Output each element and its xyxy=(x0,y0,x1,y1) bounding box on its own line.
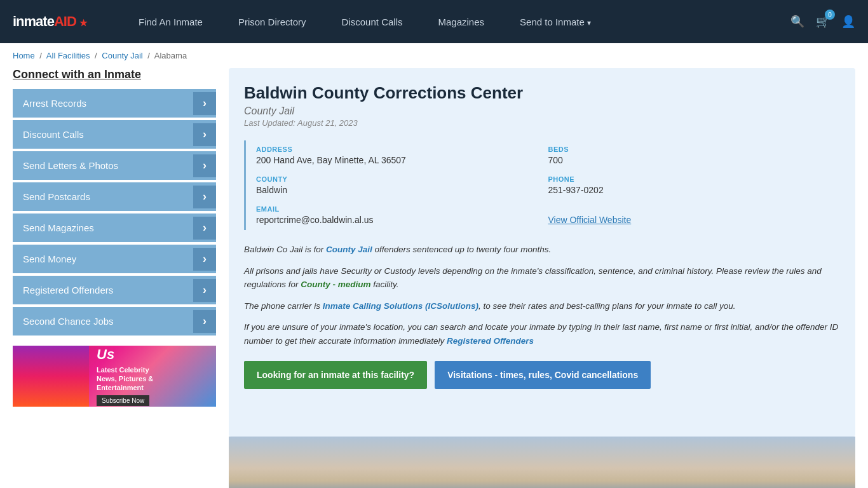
sidebar-item-send-money[interactable]: Send Money › xyxy=(13,245,216,273)
facility-desc-1: Baldwin Co Jail is for County Jail offen… xyxy=(244,243,840,257)
facility-beds-cell: BEDS 700 xyxy=(548,140,841,170)
facility-email-cell: EMAIL reportcrime@co.baldwin.al.us xyxy=(256,200,548,230)
icsolutions-link[interactable]: Inmate Calling Solutions (ICSolutions) xyxy=(323,301,478,311)
breadcrumb: Home / All Facilities / County Jail / Al… xyxy=(0,43,868,68)
sidebar-arrow-second-chance-jobs: › xyxy=(193,310,216,333)
facility-email-value: reportcrime@co.baldwin.al.us xyxy=(256,215,541,225)
sidebar-arrow-send-letters: › xyxy=(193,154,216,177)
facility-desc-3: The phone carrier is Inmate Calling Solu… xyxy=(244,299,840,313)
sidebar-arrow-send-postcards: › xyxy=(193,186,216,208)
facility-phone-cell: PHONE 251-937-0202 xyxy=(548,170,841,200)
sidebar-arrow-arrest-records: › xyxy=(193,92,216,115)
send-to-chevron xyxy=(587,17,591,27)
registered-offenders-link[interactable]: Registered Offenders xyxy=(447,336,534,346)
ad-tagline: Latest CelebrityNews, Pictures &Entertai… xyxy=(97,365,208,393)
facility-address-value: 200 Hand Ave, Bay Minette, AL 36507 xyxy=(256,155,541,165)
nav-find-inmate[interactable]: Find An Inmate xyxy=(121,0,220,43)
logo-text: inmateAID ★ xyxy=(13,13,87,30)
facility-desc-4: If you are unsure of your inmate's locat… xyxy=(244,320,840,348)
breadcrumb-home[interactable]: Home xyxy=(13,51,35,60)
user-icon[interactable]: 👤 xyxy=(841,15,855,29)
facility-county-value: Baldwin xyxy=(256,185,541,195)
ad-logo: Us xyxy=(97,346,208,363)
sidebar-arrow-send-magazines: › xyxy=(193,217,216,240)
breadcrumb-all-facilities[interactable]: All Facilities xyxy=(46,51,90,60)
facility-beds-value: 700 xyxy=(548,155,833,165)
sidebar-arrow-registered-offenders: › xyxy=(193,279,216,302)
sidebar-item-send-magazines[interactable]: Send Magazines › xyxy=(13,214,216,242)
breadcrumb-state: Alabama xyxy=(154,51,187,60)
facility-website-label xyxy=(548,205,833,213)
sidebar-item-arrest-records[interactable]: Arrest Records › xyxy=(13,89,216,118)
main-layout: Connect with an Inmate Arrest Records › … xyxy=(0,68,868,437)
sidebar-item-send-letters[interactable]: Send Letters & Photos › xyxy=(13,151,216,180)
facility-photo-strip xyxy=(229,437,855,488)
ad-image xyxy=(13,346,89,407)
facility-desc-2: All prisons and jails have Security or C… xyxy=(244,264,840,292)
nav-magazines[interactable]: Magazines xyxy=(420,0,502,43)
ad-text: Us Latest CelebrityNews, Pictures &Enter… xyxy=(89,346,216,407)
sidebar-menu: Arrest Records › Discount Calls › Send L… xyxy=(13,89,216,336)
nav-prison-directory[interactable]: Prison Directory xyxy=(220,0,324,43)
sidebar-item-discount-calls[interactable]: Discount Calls › xyxy=(13,120,216,149)
logo[interactable]: inmateAID ★ xyxy=(13,13,102,30)
facility-website-cell: View Official Website xyxy=(548,200,841,230)
facility-type: County Jail xyxy=(244,105,840,117)
sidebar-arrow-send-money: › xyxy=(193,248,216,271)
facility-photo xyxy=(229,437,855,488)
cart-icon[interactable]: 🛒 0 xyxy=(816,15,830,29)
sidebar-title: Connect with an Inmate xyxy=(13,68,216,81)
sidebar-item-registered-offenders[interactable]: Registered Offenders › xyxy=(13,276,216,304)
facility-address-label: ADDRESS xyxy=(256,146,541,153)
facility-address-cell: ADDRESS 200 Hand Ave, Bay Minette, AL 36… xyxy=(256,140,548,170)
header-icons: 🔍 🛒 0 👤 xyxy=(790,15,855,29)
sidebar-arrow-discount-calls: › xyxy=(193,123,216,146)
search-icon[interactable]: 🔍 xyxy=(790,15,804,29)
facility-county-cell: COUNTY Baldwin xyxy=(256,170,548,200)
sidebar: Connect with an Inmate Arrest Records › … xyxy=(13,68,216,437)
facility-county-label: COUNTY xyxy=(256,175,541,183)
facility-phone-value: 251-937-0202 xyxy=(548,185,833,195)
action-buttons: Looking for an inmate at this facility? … xyxy=(244,361,840,389)
sidebar-item-second-chance-jobs[interactable]: Second Chance Jobs › xyxy=(13,307,216,336)
sidebar-item-send-postcards[interactable]: Send Postcards › xyxy=(13,182,216,211)
cart-badge: 0 xyxy=(825,10,835,20)
nav-discount-calls[interactable]: Discount Calls xyxy=(324,0,421,43)
find-inmate-button[interactable]: Looking for an inmate at this facility? xyxy=(244,361,427,389)
facility-phone-label: PHONE xyxy=(548,175,833,183)
facility-content: Baldwin County Corrections Center County… xyxy=(229,68,855,437)
facility-email-label: EMAIL xyxy=(256,205,541,213)
facility-website-link[interactable]: View Official Website xyxy=(548,215,833,225)
breadcrumb-county-jail[interactable]: County Jail xyxy=(102,51,142,60)
ad-subscribe-button[interactable]: Subscribe Now xyxy=(97,395,149,406)
facility-info-grid: ADDRESS 200 Hand Ave, Bay Minette, AL 36… xyxy=(244,140,840,230)
header: inmateAID ★ Find An Inmate Prison Direct… xyxy=(0,0,868,43)
county-medium-link[interactable]: County - medium xyxy=(301,280,370,289)
facility-beds-label: BEDS xyxy=(548,146,833,153)
logo-highlight: AID xyxy=(54,13,76,29)
nav-send-to-inmate[interactable]: Send to Inmate xyxy=(502,0,609,43)
facility-last-updated: Last Updated: August 21, 2023 xyxy=(244,118,840,128)
visitations-button[interactable]: Visitations - times, rules, Covid cancel… xyxy=(435,361,651,389)
main-nav: Find An Inmate Prison Directory Discount… xyxy=(121,0,790,43)
facility-title: Baldwin County Corrections Center xyxy=(244,83,840,103)
county-jail-link-1[interactable]: County Jail xyxy=(326,245,372,254)
sidebar-ad[interactable]: Us Latest CelebrityNews, Pictures &Enter… xyxy=(13,346,216,407)
